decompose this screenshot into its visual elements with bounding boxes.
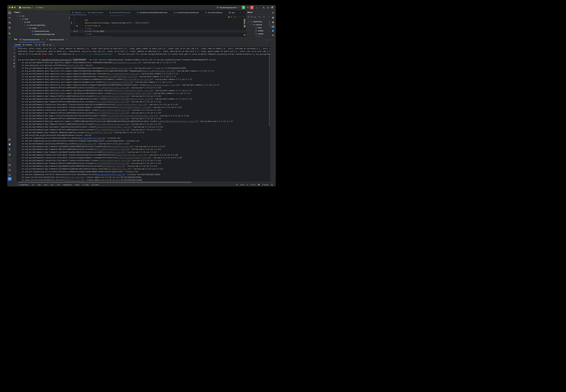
chevron-down-icon[interactable] — [24, 24, 26, 26]
breadcrumb-item-name[interactable]: fname — [92, 184, 98, 186]
error-stripe-mark[interactable] — [244, 26, 246, 26]
close-button[interactable] — [9, 7, 11, 8]
stack-frame-link[interactable]: ReflectiveMethodInvocation.java:186 — [94, 117, 128, 119]
stack-frame-link[interactable]: RepositoryMethodInvoker.java:121 — [104, 76, 136, 77]
stack-frame-link[interactable]: CrudMethodMetadataPostProcessor.java:174 — [157, 120, 197, 122]
maven-reload-sources-icon[interactable] — [251, 16, 253, 18]
console-options-icon[interactable] — [52, 44, 54, 46]
breadcrumb-item-src[interactable]: src — [32, 184, 34, 186]
exception-class-link[interactable]: EmptyResultDataAccessException — [42, 59, 72, 61]
folded-lines-chip[interactable]: <8 internal lines> — [123, 179, 142, 181]
maven-panel-header[interactable]: Maven — [246, 10, 270, 14]
folded-lines-chip[interactable]: <1 internal line> — [123, 176, 141, 178]
error-stripe-mark[interactable] — [244, 19, 246, 19]
debug-button[interactable] — [246, 6, 250, 9]
stack-frame-link[interactable]: TransactionInterceptor.java:123 — [115, 154, 146, 156]
branch-widget[interactable]: main — [36, 5, 45, 10]
stack-frame-link[interactable]: HttpServlet.java:764 — [64, 179, 84, 181]
editor-tab-InvalidReservationDateException.java[interactable]: InvalidReservationDateException.java — [135, 10, 172, 15]
project-tree-item-com.eve.staybooking[interactable]: com.eve.staybooking — [12, 24, 45, 27]
stack-frame-link[interactable]: ReflectiveMethodInvocation.java:186 — [94, 162, 128, 164]
project-tree-item-ElasticsearchConfig[interactable]: ElasticsearchConfig — [12, 30, 49, 33]
stack-frame-link[interactable]: RepositoryComposition.java:530 — [122, 78, 152, 80]
stack-frame-link[interactable]: ReflectiveMethodInvocation.java:186 — [94, 129, 128, 131]
notifications-button[interactable] — [272, 12, 274, 14]
stack-frame-link[interactable]: CglibAopProxy.java:708 — [109, 168, 130, 170]
stack-frame-link[interactable]: ReflectiveMethodInvocation.java:186 — [94, 101, 128, 103]
stack-frame-link[interactable]: MethodProxy.java:218 — [76, 143, 96, 145]
chevron-down-icon[interactable] — [250, 24, 252, 26]
maven-stripe-button[interactable]: m — [271, 25, 275, 28]
stack-frame-link[interactable]: ExposeInvocationInterceptor.java:97 — [96, 126, 130, 128]
editor-tab-ReservationService.java[interactable]: ReservationService.java — [108, 10, 135, 15]
console-rerun-icon[interactable] — [35, 44, 37, 46]
problems-toolwindow-button[interactable] — [8, 169, 11, 171]
editor-tab-SecurityConfig.java[interactable]: SecurityConfig.java — [204, 10, 227, 15]
ai-assistant-stripe-button[interactable] — [272, 29, 274, 32]
breadcrumb-item-staybooking[interactable]: staybooking — [63, 184, 72, 186]
indent-info[interactable]: 4 spaces — [262, 184, 269, 186]
more-toolwindows-button[interactable] — [8, 36, 11, 39]
project-scrollbar-thumb[interactable] — [69, 17, 70, 19]
console-hscrollbar-thumb[interactable] — [18, 182, 192, 183]
stack-frame-link[interactable]: PersistenceExceptionTranslationIntercept… — [107, 115, 157, 117]
maven-add-icon[interactable] — [259, 16, 261, 18]
console-vscrollbar-thumb[interactable] — [269, 55, 270, 126]
stack-frame-link[interactable]: SimpleJpaRepository.java:173 — [112, 62, 140, 63]
console-stop-icon[interactable] — [38, 44, 41, 46]
bookmarks-toolwindow-button[interactable] — [8, 159, 11, 161]
tab-options-icon[interactable] — [243, 12, 245, 14]
code-with-me-users-button[interactable]: ? — [8, 21, 11, 24]
jpa-attribute-icon[interactable] — [76, 30, 78, 32]
run-tab-staybooking-install[interactable]: staybooking [install] — [46, 37, 67, 42]
settings-button[interactable] — [271, 5, 274, 10]
chevron-down-icon[interactable] — [248, 21, 249, 23]
file-encoding[interactable]: UTF-8 — [251, 184, 255, 186]
more-actions-menu[interactable] — [256, 5, 258, 10]
rerun-button[interactable] — [242, 6, 245, 9]
editor-tab-stay[interactable]: stay — [227, 10, 239, 15]
stack-frame-link[interactable]: RepositoryFactorySupport.java:640 — [146, 84, 179, 86]
stack-frame-link[interactable]: TransactionAspectSupport.java:388 — [117, 157, 150, 159]
console-output[interactable]: Hibernate: select stay0_.id as id1_2_0_,… — [16, 47, 270, 183]
clear-console-icon[interactable] — [13, 66, 15, 68]
copilot-status-icon[interactable] — [258, 184, 260, 186]
stack-frame-link[interactable]: TransactionInterceptor.java:119 — [98, 109, 129, 111]
profiler-gauge-icon[interactable] — [49, 44, 51, 46]
chevron-down-icon[interactable] — [21, 21, 23, 23]
hide-toolwindow-icon[interactable] — [268, 39, 271, 41]
maven-item-clean[interactable]: clean — [246, 26, 262, 29]
maven-scrollbar-thumb[interactable] — [269, 19, 270, 27]
stack-frame-link[interactable]: ReflectiveMethodInvocation.java:186 — [94, 87, 128, 89]
editor-tab-CustomExceptionHandler.java[interactable]: CustomExceptionHandler.java — [172, 10, 204, 15]
stack-frame-link[interactable]: QueryExecutorMethodInterceptor.java:139 — [111, 92, 150, 94]
stack-frame-link[interactable]: CglibAopProxy.java:793 — [110, 145, 132, 147]
editor-tab-Stay.java[interactable]: Stay.java — [70, 10, 86, 15]
editor-tab-StayService.java[interactable]: StayService.java — [86, 10, 108, 15]
fold-expand-icon[interactable] — [17, 179, 18, 181]
stack-frame-link[interactable]: TransactionInterceptor.java:119 — [98, 159, 129, 161]
project-tree-item-config[interactable]: config — [12, 27, 36, 30]
stack-frame-link[interactable]: DefaultMethodInvokingMethodInterceptor.j… — [107, 98, 152, 100]
run-toolwindow-button[interactable] — [8, 177, 12, 181]
chevron-down-icon[interactable] — [19, 18, 21, 20]
maven-run-icon[interactable] — [263, 16, 265, 18]
console-tab[interactable]: Console — [15, 42, 21, 47]
jpa-id-attribute-icon[interactable] — [76, 25, 78, 27]
editor-code-area[interactable]: public class Stay implements Serializabl… — [70, 15, 246, 37]
project-tree-item-main[interactable]: main — [12, 17, 28, 21]
maven-download-icon[interactable] — [254, 16, 256, 18]
stack-frame-link[interactable]: Optional.java:403 — [66, 64, 83, 66]
fold-expand-icon[interactable] — [17, 176, 18, 178]
maven-item-compile[interactable]: compile — [246, 32, 263, 35]
thread-dump-icon[interactable] — [43, 44, 45, 46]
stack-frame-link[interactable]: ReflectiveMethodInvocation.java:186 — [94, 95, 128, 97]
project-tree-item-src[interactable]: src — [12, 14, 24, 17]
error-stripe-mark[interactable] — [244, 26, 246, 27]
scroll-up-icon[interactable] — [13, 48, 15, 50]
unlock-icon[interactable] — [271, 184, 273, 186]
code-with-me-button[interactable] — [262, 5, 265, 10]
error-stripe-mark[interactable] — [244, 27, 246, 27]
folded-lines-chip[interactable]: <2 internal lines> — [167, 67, 186, 69]
stack-frame-link[interactable]: ReservationService.java:58 — [79, 137, 105, 139]
